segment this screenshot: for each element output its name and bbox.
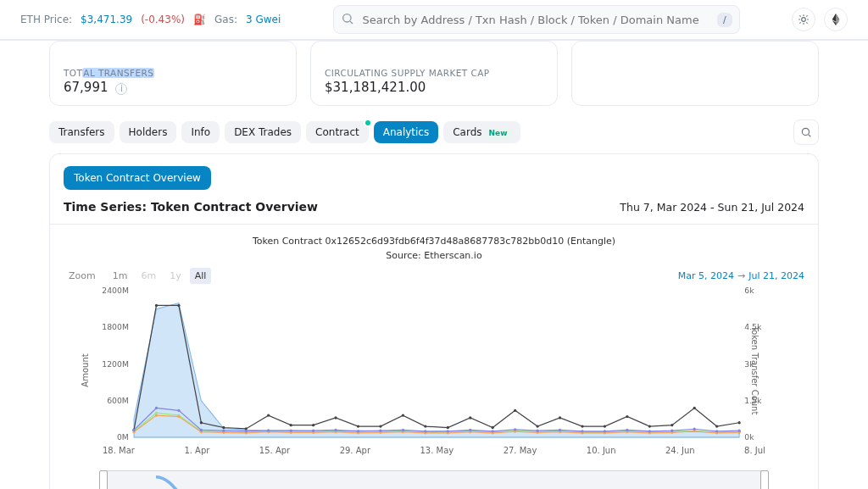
marketcap-card: CIRCULATING SUPPLY MARKET CAP $31,181,42…: [310, 41, 558, 106]
svg-point-117: [334, 429, 337, 431]
svg-line-10: [806, 15, 807, 16]
eth-price-delta: (-0.43%): [141, 14, 185, 25]
svg-point-51: [737, 421, 740, 424]
svg-line-7: [799, 15, 800, 16]
marketcap-label: CIRCULATING SUPPLY MARKET CAP: [325, 68, 543, 78]
top-bar: ETH Price: $3,471.39 (-0.43%) ⛽ Gas: 3 G…: [0, 0, 868, 40]
transfers-card: TOTAL TRANSFERS 67,991 i: [49, 41, 297, 106]
svg-point-35: [379, 425, 381, 427]
tab-info[interactable]: Info: [181, 121, 220, 143]
svg-point-27: [200, 421, 203, 424]
svg-point-33: [334, 416, 337, 419]
tab-holders[interactable]: Holders: [120, 121, 177, 143]
svg-point-118: [357, 430, 359, 432]
ethereum-icon[interactable]: [824, 8, 848, 31]
eth-price-label: ETH Price:: [20, 14, 72, 25]
filter-search-button[interactable]: [793, 119, 819, 145]
tab-transfers[interactable]: Transfers: [49, 121, 114, 143]
svg-point-109: [155, 407, 158, 409]
empty-card: [571, 41, 819, 106]
chart-subtitle-2: Source: Etherscan.io: [64, 249, 804, 264]
zoom-1y[interactable]: 1y: [164, 268, 186, 284]
gas-value-link[interactable]: 3 Gwei: [246, 14, 281, 25]
theme-toggle-button[interactable]: [792, 8, 815, 31]
zoom-1m[interactable]: 1m: [108, 268, 133, 284]
svg-point-135: [737, 430, 740, 432]
svg-line-12: [809, 135, 811, 137]
tab-dex-trades[interactable]: DEX Trades: [225, 121, 301, 143]
verified-dot-icon: [364, 119, 372, 127]
svg-point-39: [469, 416, 471, 419]
svg-point-29: [245, 427, 248, 430]
svg-point-26: [177, 304, 180, 307]
svg-point-123: [469, 429, 471, 431]
svg-point-43: [559, 416, 561, 419]
svg-point-42: [536, 425, 538, 427]
svg-point-120: [402, 429, 404, 431]
svg-point-38: [447, 426, 449, 429]
svg-point-37: [424, 425, 426, 427]
new-badge: New: [486, 128, 511, 138]
navigator-handle-right[interactable]: [760, 470, 769, 489]
search-input[interactable]: [361, 13, 710, 27]
svg-point-134: [715, 430, 718, 432]
search-bar[interactable]: /: [333, 5, 740, 34]
svg-point-31: [290, 424, 292, 426]
eth-price-link[interactable]: $3,471.39: [81, 14, 132, 25]
svg-point-41: [514, 409, 516, 412]
svg-line-8: [806, 22, 807, 23]
svg-point-53: [155, 412, 158, 414]
y-axis-left-label: Amount: [81, 353, 90, 386]
zoom-6m[interactable]: 6m: [136, 268, 161, 284]
chart-subtitle-1: Token Contract 0x12652c6d93fdb6f4f37d48a…: [64, 235, 804, 249]
svg-point-34: [357, 425, 359, 427]
gas-label: Gas:: [214, 14, 237, 25]
x-axis-ticks: 18. Mar1. Apr15. Apr29. Apr13. May27. Ma…: [103, 446, 765, 455]
svg-point-133: [693, 428, 696, 431]
info-icon[interactable]: i: [115, 83, 127, 95]
svg-point-40: [492, 426, 494, 429]
transfers-value: 67,991 i: [64, 80, 282, 95]
svg-point-36: [402, 414, 404, 416]
tab-contract[interactable]: Contract: [306, 121, 369, 143]
time-navigator[interactable]: [103, 470, 765, 489]
chart: Token Contract 0x12652c6d93fdb6f4f37d48a…: [64, 235, 804, 489]
range-picker[interactable]: Mar 5, 2024→Jul 21, 2024: [678, 270, 804, 281]
svg-line-9: [799, 22, 800, 23]
svg-text:1200M: 1200M: [103, 359, 129, 369]
svg-point-0: [342, 14, 350, 21]
transfers-label: TOTAL TRANSFERS: [64, 68, 282, 78]
svg-point-116: [312, 430, 314, 432]
svg-point-30: [267, 414, 270, 416]
svg-text:2400M: 2400M: [103, 286, 129, 295]
tab-analytics[interactable]: Analytics: [374, 121, 439, 143]
svg-text:0k: 0k: [744, 432, 754, 442]
chart-plot-area[interactable]: 0M600M1200M1800M2400M0k1.5k3k4.5k6k: [103, 286, 765, 442]
svg-point-81: [155, 414, 158, 416]
svg-point-32: [312, 424, 314, 426]
navigator-handle-left[interactable]: [99, 470, 108, 489]
svg-point-45: [604, 425, 606, 427]
svg-text:6k: 6k: [744, 286, 754, 295]
svg-point-122: [447, 430, 449, 432]
zoom-label: Zoom: [64, 268, 101, 284]
svg-point-130: [626, 429, 628, 431]
svg-point-48: [670, 424, 673, 426]
svg-point-25: [155, 304, 158, 307]
svg-text:0M: 0M: [117, 432, 129, 442]
zoom-all[interactable]: All: [190, 268, 212, 284]
svg-point-128: [581, 430, 583, 432]
token-contract-overview-button[interactable]: Token Contract Overview: [64, 166, 211, 190]
svg-point-108: [132, 429, 135, 431]
tab-cards[interactable]: CardsNew: [443, 121, 520, 143]
svg-text:1800M: 1800M: [103, 322, 129, 331]
analytics-panel: Token Contract Overview Time Series: Tok…: [49, 153, 819, 489]
svg-point-28: [222, 426, 225, 429]
svg-point-49: [693, 407, 696, 409]
svg-point-50: [715, 425, 718, 427]
svg-point-11: [802, 128, 809, 135]
svg-point-125: [514, 428, 516, 431]
svg-point-46: [626, 415, 628, 418]
svg-point-82: [177, 415, 180, 418]
svg-text:600M: 600M: [107, 396, 129, 405]
